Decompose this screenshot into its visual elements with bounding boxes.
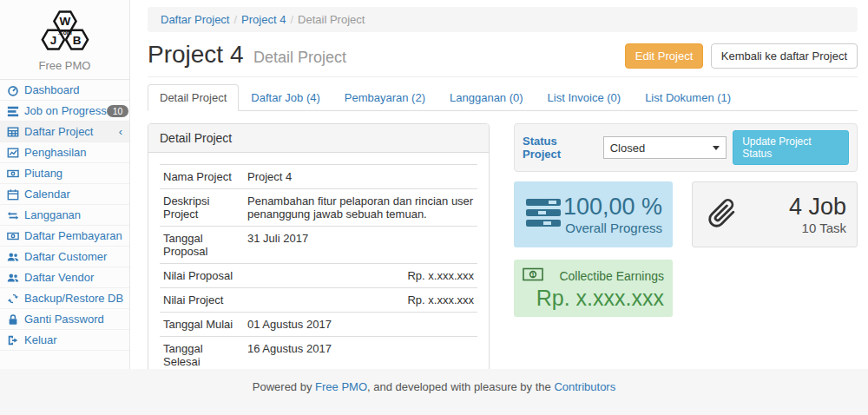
sign-out-icon xyxy=(7,334,19,346)
task-count-label: 10 Task xyxy=(740,221,846,235)
sidebar-item-backup-restore[interactable]: Backup/Restore DB xyxy=(0,288,129,309)
svg-text:W: W xyxy=(59,15,70,28)
svg-text:J: J xyxy=(49,34,56,47)
footer-brand-link[interactable]: Free PMO xyxy=(315,380,367,393)
svg-text:B: B xyxy=(72,34,81,47)
tasks-icon xyxy=(7,105,19,117)
brand-logo[interactable]: J B W .com Free PMO xyxy=(0,0,129,80)
row-value: 01 Agustus 2017 xyxy=(244,313,477,337)
users-icon xyxy=(7,272,19,284)
sidebar-item-label: Calendar xyxy=(24,188,70,201)
table-row: Tanggal Proposal 31 Juli 2017 xyxy=(160,227,477,264)
sidebar-item-label: Daftar Pembayaran xyxy=(24,229,122,242)
tab-daftar-job[interactable]: Daftar Job (4) xyxy=(239,84,332,111)
breadcrumb-current: Detail Project xyxy=(298,13,365,26)
tab-pembayaran[interactable]: Pembayaran (2) xyxy=(332,84,437,111)
job-task-box: 4 Job 10 Task xyxy=(692,181,858,247)
sidebar-nav: Dashboard Job on Progress 10 Daftar Proj… xyxy=(0,80,129,351)
sidebar-item-langganan[interactable]: Langganan xyxy=(0,205,129,226)
table-row: Nama Project Project 4 xyxy=(160,165,477,189)
sidebar: J B W .com Free PMO Dashboard Job on Pro… xyxy=(0,0,130,369)
sidebar-item-calendar[interactable]: Calendar xyxy=(0,184,129,205)
sidebar-item-daftar-pembayaran[interactable]: Daftar Pembayaran xyxy=(0,226,129,247)
sidebar-item-label: Daftar Project xyxy=(24,125,93,138)
row-label: Nilai Proposal xyxy=(160,264,244,288)
money-icon xyxy=(7,230,19,242)
back-to-list-button[interactable]: Kembali ke daftar Project xyxy=(711,43,858,69)
sidebar-item-daftar-vendor[interactable]: Daftar Vendor xyxy=(0,267,129,288)
brand-name: Free PMO xyxy=(0,59,129,72)
free-pmo-app: J B W .com Free PMO Dashboard Job on Pro… xyxy=(0,0,868,415)
sidebar-item-piutang[interactable]: Piutang xyxy=(0,163,129,184)
row-label: Tanggal Mulai xyxy=(160,313,244,337)
breadcrumb-project-4[interactable]: Project 4 xyxy=(241,13,286,26)
row-label: Nilai Project xyxy=(160,288,244,313)
money-icon xyxy=(7,168,19,180)
collectible-earnings-box: 1 Collectibe Earnings Rp. x.xxx.xxx xyxy=(514,260,673,317)
row-value: Penambahan fitur pelaporan dan rincian u… xyxy=(244,189,477,227)
tab-detail-project[interactable]: Detail Project xyxy=(148,84,239,111)
lock-icon xyxy=(7,313,19,326)
jwb-logo-icon: J B W .com xyxy=(31,6,99,56)
chevron-left-icon: ‹ xyxy=(119,125,122,138)
project-tabs: Detail Project Daftar Job (4) Pembayaran… xyxy=(148,84,858,111)
footer: Powered by Free PMO, and developed with … xyxy=(0,369,868,415)
row-label: Deskripsi Project xyxy=(160,189,244,227)
earnings-value: Rp. x.xxx.xxx xyxy=(523,286,664,310)
row-value: Rp. x.xxx.xxx xyxy=(244,288,477,313)
sidebar-item-dashboard[interactable]: Dashboard xyxy=(0,80,129,101)
row-value: Project 4 xyxy=(244,165,477,189)
line-chart-icon xyxy=(7,147,19,159)
sidebar-item-label: Penghasilan xyxy=(24,146,87,159)
breadcrumb-separator: / xyxy=(233,13,237,26)
footer-contributors-link[interactable]: Contributors xyxy=(554,380,615,393)
edit-project-button[interactable]: Edit Project xyxy=(625,43,703,69)
overall-progress-value: 100,00 % xyxy=(562,194,662,220)
row-label: Nama Project xyxy=(160,165,244,189)
tasks-icon xyxy=(524,196,562,233)
status-select[interactable]: Closed xyxy=(603,136,727,159)
sidebar-item-label: Backup/Restore DB xyxy=(24,292,123,305)
earnings-label: Collectibe Earnings xyxy=(559,269,664,283)
caret-down-icon xyxy=(713,146,720,150)
sidebar-item-keluar[interactable]: Keluar xyxy=(0,330,129,351)
status-project-label: Status Project xyxy=(523,135,595,161)
sidebar-item-label: Keluar xyxy=(24,333,57,346)
row-label: Tanggal Proposal xyxy=(160,227,244,264)
sidebar-item-label: Job on Progress xyxy=(24,104,107,117)
status-project-well: Status Project Closed Update Project Sta… xyxy=(514,123,858,172)
main-content: Daftar Project/Project 4/Detail Project … xyxy=(131,0,868,369)
page-header: Project 4 Detail Project Edit Project Ke… xyxy=(148,41,858,77)
sidebar-item-penghasilan[interactable]: Penghasilan xyxy=(0,142,129,163)
status-select-value: Closed xyxy=(610,142,645,155)
refresh-icon xyxy=(7,293,19,305)
header-buttons: Edit Project Kembali ke daftar Project xyxy=(625,43,858,69)
panel-title: Detail Project xyxy=(148,124,489,153)
sidebar-item-label: Ganti Password xyxy=(24,313,104,326)
sidebar-item-daftar-project[interactable]: Daftar Project ‹ xyxy=(0,122,129,142)
breadcrumb-daftar-project[interactable]: Daftar Project xyxy=(161,13,229,26)
page-subtitle: Detail Project xyxy=(253,49,346,66)
tab-langganan[interactable]: Langganan (0) xyxy=(437,84,536,111)
calendar-icon xyxy=(7,188,19,201)
svg-text:.com: .com xyxy=(58,30,72,36)
sidebar-item-label: Daftar Customer xyxy=(24,250,107,263)
money-bill-icon: 1 xyxy=(523,267,543,284)
sidebar-item-label: Daftar Vendor xyxy=(24,271,94,284)
sidebar-item-ganti-password[interactable]: Ganti Password xyxy=(0,309,129,330)
update-status-button[interactable]: Update Project Status xyxy=(733,130,849,165)
tab-list-invoice[interactable]: List Invoice (0) xyxy=(536,84,634,111)
row-value: Rp. x.xxx.xxx xyxy=(244,264,477,288)
breadcrumb: Daftar Project/Project 4/Detail Project xyxy=(148,7,858,32)
table-row: Nilai Project Rp. x.xxx.xxx xyxy=(160,288,477,313)
tab-list-dokumen[interactable]: List Dokumen (1) xyxy=(633,84,743,111)
sidebar-item-job-on-progress[interactable]: Job on Progress 10 xyxy=(0,101,129,122)
footer-text-prefix: Powered by xyxy=(253,380,315,393)
sidebar-item-label: Langganan xyxy=(24,208,81,221)
breadcrumb-separator: / xyxy=(290,13,293,26)
job-count-badge: 10 xyxy=(107,105,129,117)
sidebar-item-daftar-customer[interactable]: Daftar Customer xyxy=(0,247,129,267)
sidebar-item-label: Dashboard xyxy=(24,83,80,96)
footer-text-middle: , and developed with pleasure by the xyxy=(367,380,554,393)
table-icon xyxy=(7,126,19,138)
